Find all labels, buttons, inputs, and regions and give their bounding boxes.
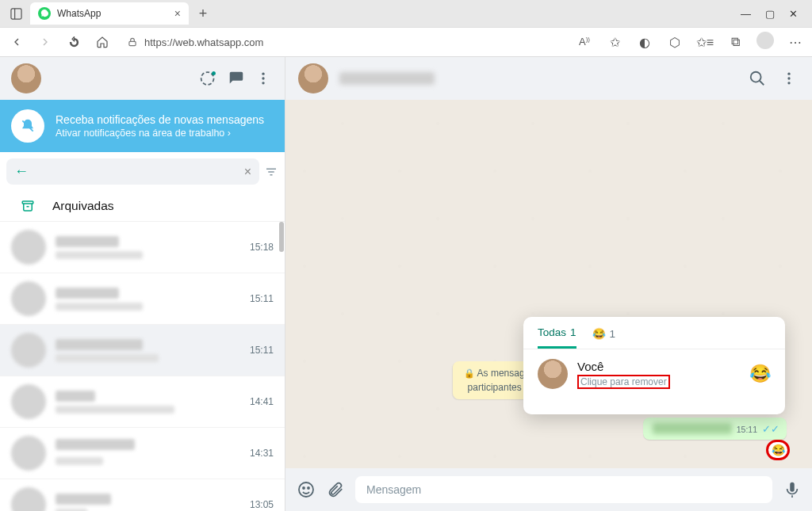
svg-rect-2 (129, 41, 136, 45)
message-reaction-badge[interactable]: 😂 (768, 441, 788, 459)
attach-icon[interactable] (327, 481, 344, 498)
profile-icon[interactable] (755, 32, 776, 52)
lock-icon (127, 36, 138, 48)
reaction-emoji: 😂 (749, 364, 771, 384)
reaction-author: Você (577, 360, 740, 373)
chat-item[interactable]: 15:11 (0, 273, 285, 325)
forward-button (35, 32, 56, 52)
voice-message-icon[interactable] (783, 481, 801, 498)
browser-tab[interactable]: WhatsApp × (30, 2, 189, 25)
chat-avatar (11, 333, 46, 368)
close-window-icon[interactable]: ✕ (789, 8, 798, 20)
notif-action[interactable]: Ativar notificações na área de trabalho … (56, 128, 264, 139)
extension-icon[interactable]: ◐ (634, 35, 655, 50)
chat-avatar (11, 384, 46, 419)
search-input[interactable]: ← × (6, 158, 259, 185)
svg-point-4 (262, 73, 264, 75)
contact-avatar[interactable] (298, 63, 328, 93)
conversation-header[interactable] (285, 57, 812, 100)
browser-chrome: WhatsApp × + — ▢ ✕ https://web.whatsapp.… (0, 0, 812, 57)
chat-avatar (11, 281, 46, 316)
chat-time: 15:18 (250, 242, 274, 253)
message-time: 15:11 (737, 425, 757, 434)
tab-strip: WhatsApp × + — ▢ ✕ (0, 0, 812, 27)
minimize-icon[interactable]: — (741, 8, 751, 20)
whatsapp-app: Receba notificações de novas mensagens A… (0, 57, 812, 511)
contact-name (339, 72, 435, 85)
new-chat-icon[interactable] (226, 68, 247, 89)
reaction-row[interactable]: Você Clique para remover 😂 (523, 349, 785, 399)
sent-message[interactable]: 15:11 ✓✓ (643, 418, 787, 440)
search-back-icon[interactable]: ← (14, 163, 29, 180)
chat-time: 15:11 (250, 345, 274, 356)
search-in-chat-icon[interactable] (747, 68, 768, 89)
messages-area[interactable]: 🔒 As mensagens são protegidas com a part… (285, 100, 812, 468)
sidebar-menu-icon[interactable] (253, 68, 274, 89)
collections-icon[interactable]: ⧉ (725, 35, 745, 49)
url-field[interactable]: https://web.whatsapp.com (121, 33, 566, 51)
svg-point-15 (787, 77, 790, 79)
chat-time: 14:41 (250, 396, 274, 407)
notif-title: Receba notificações de novas mensagens (56, 113, 264, 126)
favorite-icon[interactable]: ✩ (604, 35, 625, 50)
home-button[interactable] (92, 32, 113, 52)
chat-item[interactable]: 14:41 (0, 376, 285, 428)
whatsapp-favicon-icon (38, 7, 51, 20)
tab-actions-icon[interactable] (5, 2, 27, 25)
sidebar-header (0, 57, 285, 100)
extension-2-icon[interactable]: ⬡ (665, 35, 685, 50)
favorites-bar-icon[interactable]: ✩≡ (695, 35, 715, 50)
chat-time: 15:11 (250, 293, 274, 304)
back-button[interactable] (6, 32, 27, 52)
reactions-tab-all[interactable]: Todas 1 (538, 326, 576, 349)
svg-point-19 (308, 487, 309, 489)
sidebar: Receba notificações de novas mensagens A… (0, 57, 285, 511)
message-text (653, 423, 732, 434)
reactions-tab-emoji[interactable]: 😂 1 (592, 326, 616, 349)
menu-icon[interactable]: ⋯ (785, 35, 806, 50)
close-tab-icon[interactable]: × (174, 7, 181, 20)
remove-reaction-link[interactable]: Clique para remover (577, 375, 670, 389)
svg-point-18 (303, 487, 304, 489)
status-icon[interactable] (199, 68, 220, 89)
svg-point-14 (787, 73, 790, 75)
scrollbar-thumb[interactable] (279, 222, 284, 252)
chat-list[interactable]: 15:18 15:11 15:11 14:41 14:31 (0, 222, 285, 511)
svg-line-13 (760, 81, 764, 86)
bell-off-icon (11, 109, 44, 143)
read-aloud-icon[interactable]: A)) (574, 36, 595, 48)
conversation-menu-icon[interactable] (779, 68, 799, 89)
archived-row[interactable]: Arquivadas (0, 191, 285, 222)
maximize-icon[interactable]: ▢ (765, 8, 775, 20)
message-input[interactable]: Mensagem (355, 476, 772, 503)
chat-avatar (11, 436, 46, 471)
svg-rect-11 (22, 201, 33, 204)
read-ticks-icon: ✓✓ (762, 424, 779, 434)
chat-item[interactable]: 14:31 (0, 428, 285, 479)
message-composer: Mensagem (285, 468, 812, 511)
filter-icon[interactable] (264, 165, 278, 179)
svg-point-16 (787, 82, 790, 84)
window-controls: — ▢ ✕ (731, 8, 807, 20)
my-avatar[interactable] (11, 63, 41, 93)
svg-point-6 (262, 82, 264, 84)
search-row: ← × (0, 152, 285, 191)
tab-title: WhatsApp (57, 8, 101, 19)
address-bar: https://web.whatsapp.com A)) ✩ ◐ ⬡ ✩≡ ⧉ … (0, 27, 812, 57)
refresh-button[interactable] (63, 32, 84, 52)
lock-icon: 🔒 (464, 368, 475, 378)
chat-item[interactable]: 15:18 (0, 222, 285, 273)
reactions-tabs: Todas 1 😂 1 (523, 317, 785, 349)
svg-point-12 (751, 72, 761, 82)
chat-time: 14:31 (250, 448, 274, 459)
notification-banner[interactable]: Receba notificações de novas mensagens A… (0, 100, 285, 152)
chat-item[interactable]: 15:11 (0, 325, 285, 376)
clear-search-icon[interactable]: × (244, 165, 251, 179)
reactions-popover: Todas 1 😂 1 Você Clique para remover 😂 (523, 317, 785, 414)
new-tab-button[interactable]: + (192, 6, 214, 22)
conversation-panel: 🔒 As mensagens são protegidas com a part… (285, 57, 812, 511)
chat-item[interactable]: 13:05 (0, 479, 285, 511)
archive-icon (21, 199, 35, 213)
chat-time: 13:05 (250, 499, 274, 510)
emoji-picker-icon[interactable] (297, 480, 316, 499)
